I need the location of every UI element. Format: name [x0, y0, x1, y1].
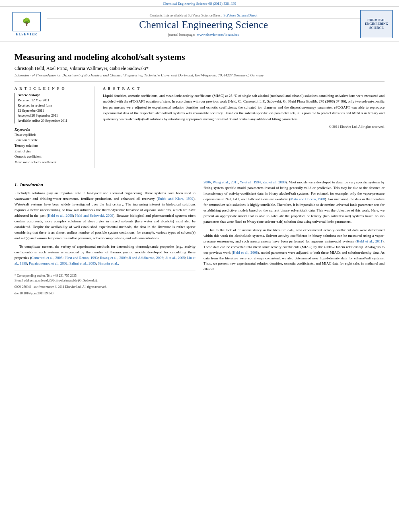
ref-huang[interactable]: Huang et al., 2009 — [100, 256, 127, 260]
homepage-label: journal homepage: — [168, 33, 195, 37]
intro-num: 1. — [14, 182, 18, 187]
ref-zuo[interactable]: Zuo et al., 2000 — [263, 180, 286, 184]
intro-para-2: To complicate matters, the variety of ex… — [14, 244, 195, 267]
keywords-block: Keywords: Phase equilibria Equation of s… — [14, 127, 90, 165]
ces-title-line3: SCIENCE — [369, 26, 384, 30]
journal-title-center: Contents lists available at SciVerse Sci… — [47, 12, 360, 37]
ref-held2008[interactable]: Held et al., 2008 — [48, 214, 73, 218]
doi-line: doi:10.1016/j.ces.2011.09.040 — [14, 291, 195, 296]
email-note: E-mail address: g.sadowski@bci.tu-dortmu… — [14, 278, 195, 283]
ref-furst[interactable]: Fürst and Renon, 1993 — [65, 256, 98, 260]
copyright-line: © 2011 Elsevier Ltd. All rights reserved… — [103, 124, 385, 130]
intro-heading: 1. Introduction — [14, 181, 195, 188]
ref-ye[interactable]: Ye et al., 1994 — [240, 180, 261, 184]
main-body: 1. Introduction Electrolyte solutions pl… — [14, 180, 385, 296]
ref-cameretti[interactable]: Cameretti et al., 2005 — [31, 256, 62, 260]
elsevier-logo: 🌳 — [12, 12, 41, 31]
corresponding-author-note: * Corresponding author. Tel.: +49 231 75… — [14, 273, 195, 278]
sciverse-line: Contents lists available at SciVerse Sci… — [47, 12, 360, 19]
ces-title-line1: CHEMICAL — [368, 18, 386, 23]
intro-title: Introduction — [20, 182, 43, 187]
abstract-label: A B S T R A C T — [103, 86, 385, 90]
received-revised-date: 12 September 2011 — [18, 108, 90, 113]
ref-ji-adi[interactable]: Ji and Adidharma, 2006 — [129, 256, 163, 260]
intro-para-1: Electrolyte solutions play an important … — [14, 191, 195, 241]
ref-held2011[interactable]: Held et al., 2011 — [357, 239, 383, 243]
abstract-text: Liquid densities, osmotic coefficients, … — [103, 93, 385, 130]
journal-top-bar: Chemical Engineering Science 68 (2012) 3… — [0, 0, 399, 7]
elsevier-tree-icon: 🌳 — [22, 18, 31, 25]
elsevier-text: ELSEVIER — [16, 32, 37, 36]
paper-content: Measuring and modeling alcohol/salt syst… — [0, 42, 399, 302]
keyword-4: Electrolytes — [14, 149, 90, 154]
received-date: Received 12 May 2011 — [18, 98, 90, 103]
journal-citation: Chemical Engineering Science 68 (2012) 3… — [163, 2, 236, 6]
ces-logo: CHEMICAL ENGINEERING SCIENCE — [360, 10, 393, 38]
received-revised-label: Received in revised form — [18, 103, 90, 108]
issn-line: 0009-2509/$ - see front matter © 2011 El… — [14, 285, 195, 290]
right-para-2: Due to the lack of or inconsistency in t… — [204, 228, 385, 273]
keywords-list: Phase equilibria Equation of state Terna… — [14, 132, 90, 165]
article-info-label: A R T I C L E I N F O — [14, 86, 90, 90]
keyword-5: Osmotic coefficient — [14, 154, 90, 160]
body-col-left: 1. Introduction Electrolyte solutions pl… — [14, 180, 195, 296]
affiliation: Laboratory of Thermodynamics, Department… — [14, 73, 385, 82]
history-label: Article history: — [18, 93, 90, 97]
article-info: A R T I C L E I N F O Article history: R… — [14, 86, 95, 168]
elsevier-logo-area: 🌳 ELSEVIER — [6, 12, 47, 36]
keyword-1: Phase equilibria — [14, 132, 90, 138]
article-history-block: Article history: Received 12 May 2011 Re… — [14, 93, 90, 123]
homepage-line: journal homepage: www.elsevier.com/locat… — [47, 33, 360, 37]
journal-header: 🌳 ELSEVIER Contents lists available at S… — [0, 7, 399, 42]
keyword-3: Ternary solutions — [14, 143, 90, 149]
article-body: A R T I C L E I N F O Article history: R… — [14, 86, 385, 168]
available-online: Available online 29 September 2011 — [18, 118, 90, 123]
keywords-label: Keywords: — [14, 127, 90, 131]
keyword-2: Equation of state — [14, 138, 90, 143]
ref-salimi[interactable]: Salimi et al., 2005 — [70, 261, 96, 265]
authors: Christoph Held, Axel Prinz, Viktoria Wal… — [14, 66, 385, 72]
ref-2006[interactable]: 2006 — [204, 180, 211, 184]
keyword-6: Mean ionic activity coefficient — [14, 160, 90, 165]
ref-papai[interactable]: Papaiconomou et al., 2002 — [29, 261, 68, 265]
sciverse-text: Contents lists available at SciVerse Sci… — [150, 13, 222, 17]
abstract-col: A B S T R A C T Liquid densities, osmoti… — [103, 86, 385, 168]
ref-mato[interactable]: Mato and Cocero, 1988 — [290, 197, 325, 201]
accepted-date: Accepted 20 September 2011 — [18, 113, 90, 118]
sciverse-link[interactable]: SciVerse ScienceDirect — [223, 13, 257, 17]
ref-held2008b[interactable]: Held et al., 2008 — [233, 251, 258, 255]
ces-title-line2: ENGINEERING — [365, 22, 388, 26]
ref-held-sadowski[interactable]: Held and Sadowski, 2009 — [75, 214, 113, 218]
abstract-paragraph: Liquid densities, osmotic coefficients, … — [103, 93, 385, 122]
right-para-1: 2006; Wang et al., 2011; Ye et al., 1994… — [204, 180, 385, 225]
ref-enick[interactable]: Enick and Klara, 1992 — [158, 197, 193, 201]
ref-simonin[interactable]: Simonin et al., — [98, 261, 119, 265]
ref-ji[interactable]: Ji et al., 2005 — [165, 256, 185, 260]
footnote-area: * Corresponding author. Tel.: +49 231 75… — [14, 271, 195, 296]
body-col-right: 2006; Wang et al., 2011; Ye et al., 1994… — [204, 180, 385, 296]
section-divider — [14, 174, 385, 174]
journal-title: Chemical Engineering Science — [47, 19, 360, 31]
ref-wang[interactable]: Wang et al., 2011 — [213, 180, 238, 184]
homepage-url[interactable]: www.elsevier.com/locate/ces — [197, 33, 239, 37]
paper-title: Measuring and modeling alcohol/salt syst… — [14, 52, 385, 62]
